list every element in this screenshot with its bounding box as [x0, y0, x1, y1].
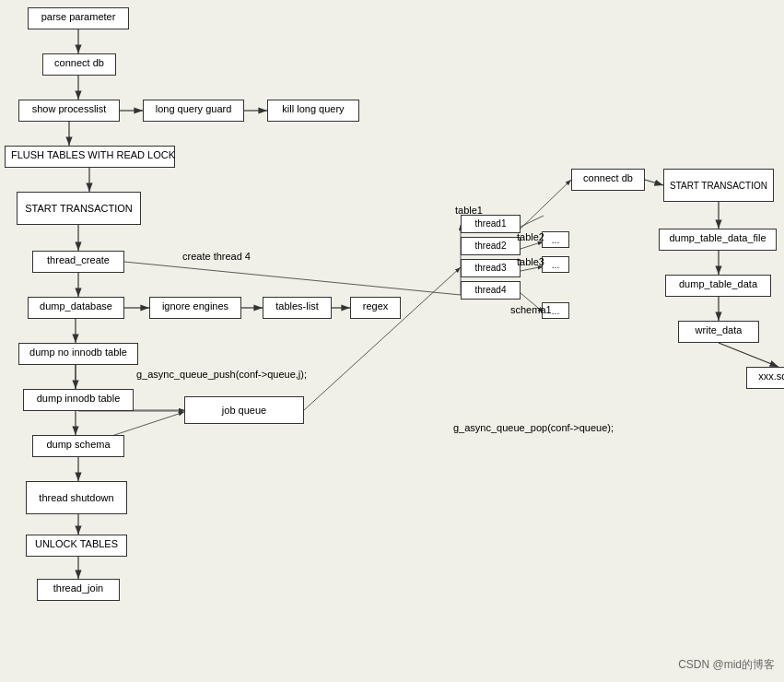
job-queue-box: job queue: [184, 396, 304, 424]
dump-table-data-box: dump_table_data: [665, 275, 771, 297]
svg-line-30: [521, 216, 544, 227]
tables-list-box: tables-list: [263, 297, 332, 319]
connect-db2-box: connect db: [571, 169, 645, 191]
kill-long-query-box: kill long query: [267, 100, 359, 122]
thread3-box: thread3: [461, 259, 521, 277]
g-async-pop-label: g_async_queue_pop(conf->queue);: [453, 422, 614, 433]
start-transaction1-box: START TRANSACTION: [17, 192, 141, 225]
diagram-container: parse parameter connect db show processl…: [0, 0, 784, 682]
show-processlist-box: show processlist: [18, 100, 120, 122]
table2-dots-box: ...: [542, 231, 569, 248]
thread2-box: thread2: [461, 237, 521, 255]
svg-line-23: [304, 267, 461, 410]
schema1-label: schema1: [510, 304, 552, 315]
thread-create-box: thread_create: [32, 251, 124, 273]
table2-label: table2: [517, 231, 544, 242]
dump-database-box: dump_database: [28, 297, 124, 319]
table1-label: table1: [455, 205, 483, 216]
thread1-box: thread1: [461, 215, 521, 233]
svg-line-24: [645, 180, 663, 185]
g-async-push-label: g_async_queue_push(conf->queue,j);: [136, 369, 307, 380]
dump-table-data-file-box: dump_table_data_file: [659, 229, 777, 251]
parse-param-box: parse parameter: [28, 7, 129, 29]
regex-box: regex: [350, 297, 401, 319]
thread4-box: thread4: [461, 281, 521, 300]
thread-join-box: thread_join: [37, 579, 120, 601]
table3-label: table3: [517, 256, 544, 267]
connect-db1-box: connect db: [42, 53, 116, 76]
svg-line-20: [124, 262, 461, 295]
flush-tables-box: FLUSH TABLES WITH READ LOCK: [5, 146, 175, 168]
table3-dots-box: ...: [542, 256, 569, 273]
dump-schema-box: dump schema: [32, 435, 124, 457]
create-thread4-label: create thread 4: [182, 251, 251, 262]
dump-no-innodb-box: dump no innodb table: [18, 343, 138, 365]
ignore-engines-box: ignore engines: [149, 297, 241, 319]
start-transaction2-box: START TRANSACTION: [663, 169, 774, 202]
watermark: CSDN @mid的博客: [678, 657, 775, 673]
svg-line-28: [719, 343, 778, 367]
svg-line-29: [521, 180, 571, 229]
xxx-sql-box: xxx.sql: [746, 367, 784, 389]
long-query-guard-box: long query guard: [143, 100, 244, 122]
svg-line-31: [521, 241, 544, 249]
dump-innodb-box: dump innodb table: [23, 389, 134, 411]
unlock-tables-box: UNLOCK TABLES: [26, 535, 127, 557]
thread-shutdown-box: thread shutdown: [26, 481, 127, 514]
write-data-box: write_data: [678, 321, 759, 343]
